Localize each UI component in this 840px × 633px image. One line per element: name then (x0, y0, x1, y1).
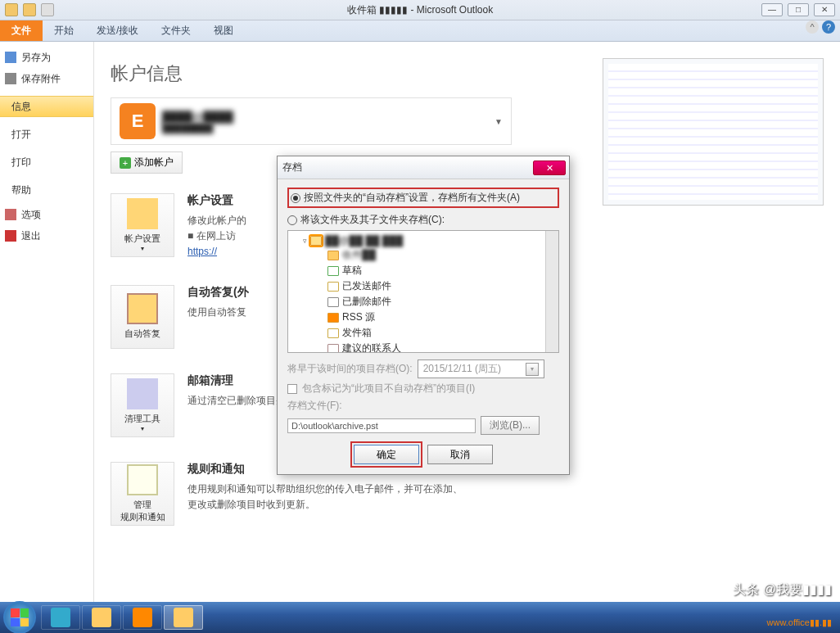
taskbar-ie[interactable] (41, 605, 80, 630)
start-button[interactable] (3, 601, 36, 633)
archive-path-input[interactable]: D:\outlook\archive.pst (287, 418, 476, 433)
watermark-url: www.office▮▮.▮▮ (767, 617, 832, 628)
sidebar-open[interactable]: 打开 (0, 124, 93, 145)
ribbon-tabs: 文件 开始 发送/接收 文件夹 视图 ^ ? (0, 20, 840, 42)
help-icon[interactable]: ? (822, 20, 835, 34)
archive-folder-radio-row[interactable]: 将该文件夹及其子文件夹存档(C): (287, 213, 559, 227)
sidebar-info[interactable]: 信息 (0, 96, 93, 117)
tab-file[interactable]: 文件 (0, 20, 43, 41)
account-settings-icon (127, 198, 158, 229)
qat-icon[interactable] (23, 3, 36, 16)
sidebar-saveas[interactable]: 另存为 (0, 47, 93, 68)
outlook-icon (174, 608, 193, 627)
archive-all-radio-row[interactable]: 按照文件夹的“自动存档”设置，存档所有文件夹(A) (287, 188, 559, 208)
radio-label: 将该文件夹及其子文件夹存档(C): (300, 213, 445, 227)
exchange-icon: E (120, 103, 156, 139)
backstage-sidebar: 另存为 保存附件 信息 打开 打印 帮助 选项 退出 (0, 42, 94, 602)
account-settings-button[interactable]: 帐户设置▾ (111, 193, 174, 257)
outbox-icon (327, 328, 339, 338)
checkbox[interactable] (287, 384, 297, 394)
scrollbar[interactable] (545, 231, 558, 352)
dialog-close-button[interactable]: ✕ (533, 161, 566, 175)
qat-icon[interactable] (41, 3, 54, 16)
wmp-icon (133, 608, 152, 627)
sent-icon (327, 282, 339, 292)
rss-icon (327, 313, 339, 323)
close-button[interactable]: ✕ (814, 3, 835, 16)
window-title: 收件箱 ▮▮▮▮▮ - Microsoft Outlook (347, 3, 493, 17)
quick-access-toolbar (0, 3, 54, 16)
drafts-icon (327, 266, 339, 276)
cleanup-icon (127, 378, 158, 409)
browse-button[interactable]: 浏览(B)... (481, 416, 540, 435)
rules-button[interactable]: 管理 规则和通知 (111, 462, 174, 526)
tree-item-label[interactable]: RSS 源 (342, 310, 375, 324)
options-icon (5, 209, 16, 220)
account-selector[interactable]: E ████@████████████ ▼ (111, 97, 512, 145)
radio-unchecked-icon[interactable] (287, 215, 297, 225)
cleanup-tools-button[interactable]: 清理工具▾ (111, 373, 174, 437)
ribbon-minimize-icon[interactable]: ^ (806, 20, 819, 34)
attachment-icon (5, 73, 16, 84)
ok-button[interactable]: 确定 (354, 445, 419, 464)
chevron-down-icon[interactable]: ▼ (495, 117, 503, 126)
rules-icon (127, 464, 158, 495)
radio-checked-icon[interactable] (291, 193, 300, 203)
section-desc: 更改或删除项目时收到更新。 (187, 497, 824, 513)
taskbar-outlook[interactable] (164, 605, 203, 630)
sidebar-exit[interactable]: 退出 (0, 225, 93, 246)
date-label: 将早于该时间的项目存档(O): (287, 362, 413, 376)
saveas-icon (5, 52, 16, 63)
taskbar-wmp[interactable] (123, 605, 162, 630)
sidebar-print[interactable]: 打印 (0, 151, 93, 173)
auto-reply-button[interactable]: 自动答复 (111, 285, 174, 349)
qat-icon[interactable] (5, 3, 18, 16)
archive-date-select[interactable]: 2015/12/11 (周五)▾ (418, 359, 544, 378)
window-titlebar: 收件箱 ▮▮▮▮▮ - Microsoft Outlook — □ ✕ (0, 0, 840, 20)
tree-item-label[interactable]: 草稿 (342, 264, 362, 278)
folder-tree[interactable]: ▿██@██ ██ ███ 收件██ 草稿 已发送邮件 已删除邮件 RSS 源 … (287, 230, 559, 353)
sidebar-help[interactable]: 帮助 (0, 179, 93, 201)
cancel-button[interactable]: 取消 (427, 445, 493, 464)
radio-label: 按照文件夹的“自动存档”设置，存档所有文件夹(A) (304, 191, 520, 205)
tree-item-label[interactable]: 已删除邮件 (342, 295, 391, 309)
tree-item-label[interactable]: 建议的联系人 (342, 341, 401, 353)
account-web-link[interactable]: https:// (187, 246, 217, 257)
sidebar-options[interactable]: 选项 (0, 204, 93, 225)
tree-item-label: ██@██ ██ ███ (325, 235, 403, 246)
inbox-icon (327, 251, 339, 260)
maximize-button[interactable]: □ (788, 3, 809, 16)
account-name: ████@████ (162, 111, 488, 123)
dialog-titlebar: 存档 ✕ (278, 156, 569, 179)
sidebar-saveattach[interactable]: 保存附件 (0, 68, 93, 89)
checkbox-label: 包含标记为“此项目不自动存档”的项目(I) (302, 382, 475, 396)
dropdown-icon[interactable]: ▾ (526, 363, 539, 376)
tree-item-label: 收件██ (342, 248, 376, 262)
tab-home[interactable]: 开始 (43, 20, 85, 41)
tab-folder[interactable]: 文件夹 (150, 20, 202, 41)
plus-icon: + (120, 157, 131, 169)
expand-icon[interactable]: ▿ (303, 237, 307, 245)
ie-icon (51, 608, 70, 627)
taskbar-explorer[interactable] (82, 605, 121, 630)
exit-icon (5, 230, 16, 242)
folder-icon (92, 608, 111, 627)
tree-item-label[interactable]: 已发送邮件 (342, 279, 391, 293)
tab-view[interactable]: 视图 (202, 20, 245, 41)
add-account-button[interactable]: +添加帐户 (111, 151, 183, 174)
watermark: 头条 @我要▮▮▮▮ (733, 581, 832, 599)
folder-icon (310, 236, 322, 246)
contacts-icon (327, 344, 339, 354)
account-preview (603, 58, 824, 206)
minimize-button[interactable]: — (761, 3, 783, 16)
deleted-icon (327, 297, 339, 307)
auto-reply-icon (127, 293, 158, 324)
section-desc: 使用规则和通知可以帮助组织您的传入电子邮件，并可在添加、 (187, 482, 824, 497)
windows-taskbar (0, 602, 840, 633)
tree-item-label[interactable]: 发件箱 (342, 326, 372, 340)
archive-dialog: 存档 ✕ 按照文件夹的“自动存档”设置，存档所有文件夹(A) 将该文件夹及其子文… (277, 156, 570, 475)
dialog-title: 存档 (282, 161, 302, 174)
file-label: 存档文件(F): (287, 399, 342, 413)
tab-sendreceive[interactable]: 发送/接收 (85, 20, 150, 41)
